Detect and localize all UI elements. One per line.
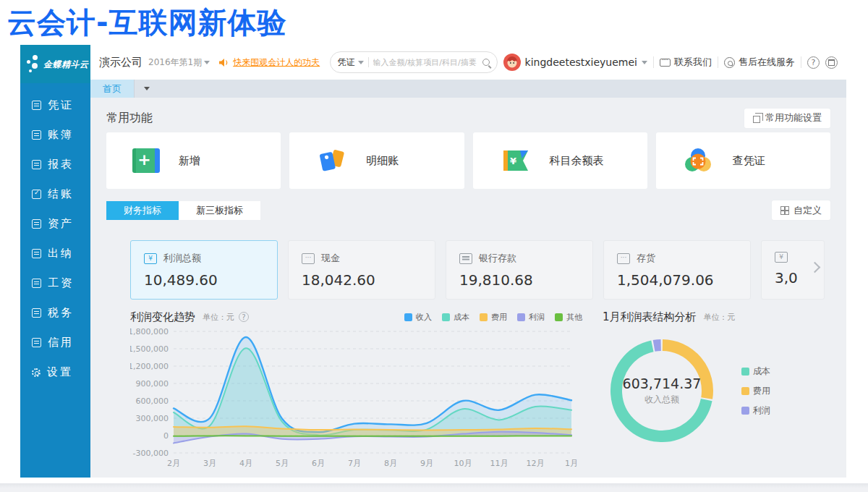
sidebar-item-label: 凭证	[48, 98, 74, 112]
trend-plot: -300,0000300,000600,000900,0001,200,0001…	[130, 326, 580, 469]
legend-profit[interactable]: 利润	[741, 404, 770, 417]
divider	[718, 56, 718, 68]
stat-card-bank-deposit[interactable]: 银行存款 19,810.68	[446, 240, 593, 300]
sidebar-item-settings[interactable]: 设置	[20, 357, 90, 387]
tags-icon	[315, 146, 347, 175]
user-menu[interactable]: kingdeetestxieyuemei	[503, 54, 647, 71]
legend-cost[interactable]: 成本	[442, 312, 469, 323]
assets-icon	[32, 219, 41, 229]
stat-label: 现金	[321, 252, 340, 265]
svg-text:1,500,000: 1,500,000	[130, 344, 169, 354]
period-selector[interactable]: 2016年第1期	[148, 56, 210, 69]
stat-card-cash[interactable]: 现金 18,042.60	[288, 240, 435, 300]
sidebar-item-label: 信用	[48, 336, 74, 349]
quick-functions-settings-button[interactable]: 常用功能设置	[744, 109, 830, 128]
stat-value: 18,042.60	[302, 271, 422, 289]
company-name[interactable]: 演示公司	[99, 56, 142, 69]
plus-icon	[132, 148, 160, 173]
sidebar-item-assets[interactable]: 资产	[20, 209, 90, 239]
search-input[interactable]	[373, 58, 478, 67]
func-label: 查凭证	[733, 154, 765, 168]
search-category-label: 凭证	[338, 56, 355, 69]
legend-income[interactable]: 收入	[404, 312, 432, 323]
svg-text:11月: 11月	[490, 459, 509, 468]
account-balance-button[interactable]: ¥ 科目余额表	[473, 132, 647, 189]
payroll-icon	[32, 279, 41, 288]
svg-text:12月: 12月	[527, 459, 545, 468]
sidebar-item-voucher[interactable]: 凭证	[20, 90, 90, 120]
customize-button[interactable]: 自定义	[772, 200, 830, 220]
ledger-icon	[32, 130, 41, 140]
donut-legend: 成本 费用 利润	[741, 365, 770, 417]
tab-financial-indicators[interactable]: 财务指标	[106, 201, 179, 220]
gift-button[interactable]	[825, 56, 838, 69]
page-title: 云会计-互联网新体验	[7, 3, 287, 43]
stat-card-inventory[interactable]: 存货 1,504,079.06	[603, 240, 751, 300]
search-icon[interactable]	[482, 59, 490, 66]
logo-text: 金蝶精斗云	[43, 59, 89, 71]
indicator-tabs: 财务指标 新三板指标 自定义	[106, 200, 830, 220]
sidebar-item-report[interactable]: 报表	[20, 150, 90, 179]
svg-text:6月: 6月	[312, 459, 325, 468]
gear-icon	[32, 368, 41, 377]
after-sales-service-button[interactable]: 售后在线服务	[724, 56, 795, 69]
sidebar-item-ledger[interactable]: 账簿	[20, 120, 90, 150]
func-label: 科目余额表	[550, 154, 604, 168]
svg-text:0: 0	[163, 431, 169, 441]
legend-expense[interactable]: 费用	[480, 312, 507, 323]
donut-unit-label: 单位：元	[704, 312, 736, 323]
help-button[interactable]	[807, 56, 820, 69]
charts: 利润变化趋势 单位：元 收入 成本	[130, 308, 830, 472]
period-label: 2016年第1期	[148, 56, 202, 69]
legend-profit[interactable]: 利润	[517, 312, 545, 323]
global-search: 凭证	[330, 51, 498, 73]
brand-logo[interactable]: 金蝶精斗云	[20, 45, 90, 83]
legend-cost[interactable]: 成本	[741, 365, 770, 378]
divider	[653, 56, 654, 68]
sidebar-item-closing[interactable]: 结账	[20, 179, 90, 209]
svg-text:3月: 3月	[203, 459, 216, 468]
announcement-link[interactable]: 快来围观会计人的功夫	[233, 56, 320, 69]
tab-neeq-indicators[interactable]: 新三板指标	[179, 201, 260, 220]
legend-swatch	[741, 368, 749, 376]
sidebar-item-label: 结账	[48, 187, 74, 201]
stat-value: 1,504,079.06	[617, 271, 737, 289]
logo-dots-icon	[27, 55, 43, 74]
tab-home[interactable]: 首页	[90, 80, 134, 98]
sidebar-item-tax[interactable]: 税务	[20, 298, 90, 328]
quick-function-cards: 新增 明细账 ¥	[106, 132, 830, 189]
legend-expense[interactable]: 费用	[741, 385, 770, 397]
svg-text:600,000: 600,000	[136, 396, 169, 406]
chevron-down-icon	[204, 61, 210, 64]
svg-text:1月: 1月	[565, 459, 578, 468]
legend-swatch	[442, 313, 450, 321]
func-label: 明细账	[366, 154, 399, 168]
sidebar-item-cashier[interactable]: 出纳	[20, 239, 90, 268]
tab-dropdown[interactable]	[134, 80, 158, 98]
sidebar-item-label: 出纳	[48, 247, 74, 260]
sidebar-item-credit[interactable]: 信用	[20, 328, 90, 357]
detail-ledger-button[interactable]: 明细账	[289, 132, 464, 189]
legend-swatch	[741, 407, 749, 415]
new-voucher-button[interactable]: 新增	[106, 132, 281, 189]
svg-text:4月: 4月	[239, 459, 252, 468]
divider	[368, 57, 369, 67]
find-voucher-button[interactable]: 查凭证	[656, 132, 830, 189]
tax-icon	[32, 308, 41, 318]
search-category-dropdown[interactable]: 凭证	[338, 56, 364, 69]
help-icon[interactable]	[239, 312, 249, 322]
username: kingdeetestxieyuemei	[525, 56, 637, 68]
sidebar-item-payroll[interactable]: 工资	[20, 268, 90, 298]
balance-flag-icon: ¥	[499, 146, 531, 175]
svg-text:7月: 7月	[348, 459, 361, 468]
stat-card-profit[interactable]: 利润总额 10,489.60	[130, 240, 278, 300]
sidebar-item-label: 设置	[47, 365, 73, 379]
cash-icon	[302, 253, 315, 264]
sidebar-item-label: 报表	[48, 158, 74, 171]
stat-label: 银行存款	[479, 252, 516, 265]
sidebar: 金蝶精斗云 凭证 账簿 报表 结账	[20, 45, 90, 478]
contact-us-button[interactable]: 联系我们	[660, 56, 712, 69]
trend-chart: 利润变化趋势 单位：元 收入 成本	[130, 308, 582, 472]
avatar	[503, 54, 521, 71]
legend-other[interactable]: 其他	[555, 312, 582, 323]
